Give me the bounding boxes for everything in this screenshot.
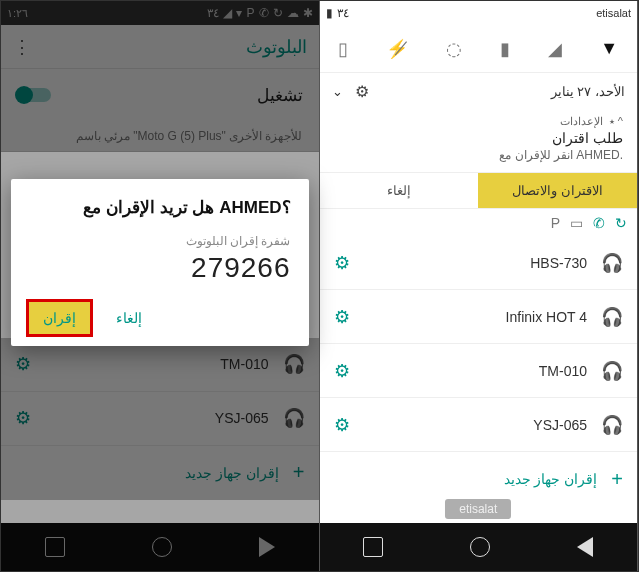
headset-icon: 🎧 bbox=[601, 414, 623, 436]
back-button[interactable] bbox=[577, 537, 593, 557]
notif-source: الإعدادات ⁦ ⁦⁦٭⁩ ^ bbox=[334, 115, 624, 128]
device-name: TM-010 bbox=[539, 363, 587, 379]
gear-icon[interactable]: ⚙ bbox=[334, 306, 350, 328]
dialog-cancel-button[interactable]: إلغاء bbox=[110, 302, 148, 334]
nav-bar bbox=[320, 523, 638, 571]
battery-pct: ٣٤ bbox=[337, 6, 349, 20]
device-row[interactable]: ⚙ Infinix HOT 4🎧 bbox=[320, 290, 638, 344]
status-icons-left: ▮ ٣٤ bbox=[326, 6, 349, 20]
home-button[interactable] bbox=[470, 537, 490, 557]
gear-icon[interactable]: ⚙ bbox=[334, 360, 350, 382]
pair-new-device[interactable]: إقران جهاز جديد + bbox=[320, 452, 638, 506]
card-icon: ▭ bbox=[570, 215, 583, 231]
signal-icon[interactable]: ◢ bbox=[548, 38, 562, 60]
toast: etisalat bbox=[445, 499, 511, 519]
device-row[interactable]: ⚙ HBS-730🎧 bbox=[320, 236, 638, 290]
dialog-sub: شفرة إقران البلوتوث bbox=[29, 234, 291, 248]
sync-icon: ↻ bbox=[615, 215, 627, 231]
device-row[interactable]: ⚙ YSJ-065🎧 bbox=[320, 398, 638, 452]
notif-actions: إلغاء الاقتران والاتصال bbox=[320, 172, 638, 208]
quick-settings: ▯ ⚡̸ ◌ ▮ ◢ ▼ bbox=[320, 25, 638, 73]
flashlight-icon[interactable]: ⚡̸ bbox=[386, 38, 408, 60]
notif-sub: انقر للإقران مع AHMED. bbox=[334, 148, 624, 162]
carrier: etisalat bbox=[596, 7, 631, 19]
notification-panel: ▯ ⚡̸ ◌ ▮ ◢ ▼ ⌄ ⚙ الأحد، ٢٧ يناير الإعداد… bbox=[320, 25, 638, 236]
headset-icon: 🎧 bbox=[601, 252, 623, 274]
p-icon: P bbox=[551, 215, 560, 231]
date-text: الأحد، ٢٧ يناير bbox=[551, 84, 625, 99]
notif-cancel-button[interactable]: إلغاء bbox=[320, 173, 479, 208]
notif-pair-button[interactable]: الاقتران والاتصال bbox=[478, 173, 637, 208]
notif-title: طلب اقتران bbox=[334, 130, 624, 146]
gear-icon[interactable]: ⚙ bbox=[334, 252, 350, 274]
pair-new-label: إقران جهاز جديد bbox=[504, 471, 598, 487]
device-name: YSJ-065 bbox=[533, 417, 587, 433]
dnd-icon[interactable]: ◌ bbox=[446, 38, 462, 60]
pairing-code: 279266 bbox=[29, 252, 291, 284]
device-name: HBS-730 bbox=[530, 255, 587, 271]
dialog-title: هل تريد الإقران مع AHMED؟ bbox=[29, 197, 291, 218]
chevron-down-icon[interactable]: ⌄ bbox=[332, 84, 343, 99]
settings-gear-icon[interactable]: ⚙ bbox=[355, 82, 369, 101]
battery-icon[interactable]: ▮ bbox=[500, 38, 510, 60]
device-list: ⚙ HBS-730🎧 ⚙ Infinix HOT 4🎧 ⚙ TM-010🎧 ⚙ … bbox=[320, 236, 638, 523]
wifi-icon[interactable]: ▼ bbox=[600, 38, 618, 59]
gear-icon[interactable]: ⚙ bbox=[334, 414, 350, 436]
notif-tray-icons: P ▭ ✆ ↻ bbox=[320, 208, 638, 236]
dialog-pair-button[interactable]: إقران bbox=[29, 302, 90, 334]
status-bar: ▮ ٣٤ etisalat bbox=[320, 1, 638, 25]
headset-icon: 🎧 bbox=[601, 306, 623, 328]
pair-notification[interactable]: الإعدادات ⁦ ⁦⁦٭⁩ ^ طلب اقتران انقر للإقر… bbox=[320, 109, 638, 172]
date-row: ⌄ ⚙ الأحد، ٢٧ يناير bbox=[320, 73, 638, 109]
headset-icon: 🎧 bbox=[601, 360, 623, 382]
recents-button[interactable] bbox=[363, 537, 383, 557]
device-row[interactable]: ⚙ TM-010🎧 bbox=[320, 344, 638, 398]
screen-icon[interactable]: ▯ bbox=[338, 38, 348, 60]
battery-icon: ▮ bbox=[326, 6, 333, 20]
pair-dialog: هل تريد الإقران مع AHMED؟ شفرة إقران الب… bbox=[11, 179, 309, 346]
plus-icon: + bbox=[611, 468, 623, 491]
device-name: Infinix HOT 4 bbox=[506, 309, 587, 325]
phone-icon: ✆ bbox=[593, 215, 605, 231]
